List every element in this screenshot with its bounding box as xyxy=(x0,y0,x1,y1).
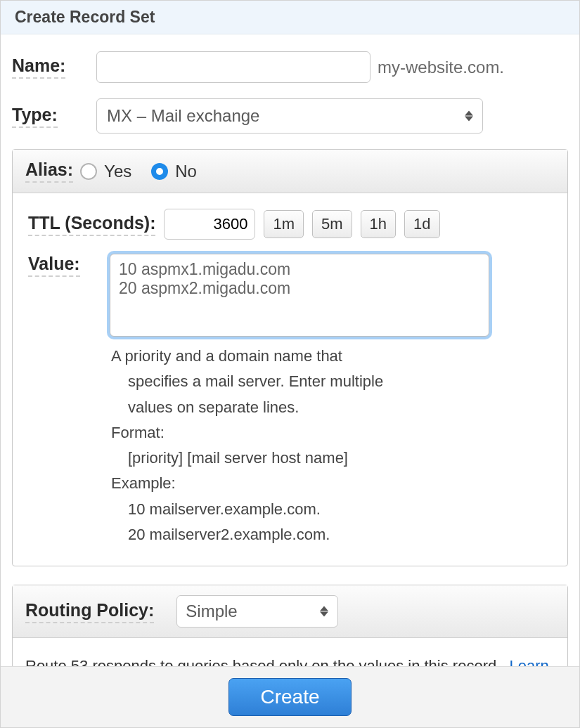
help-example-label: Example: xyxy=(111,474,176,492)
value-label: Value: xyxy=(28,254,80,277)
value-row: Value: xyxy=(28,254,552,337)
ttl-input[interactable] xyxy=(164,209,255,240)
name-label: Name: xyxy=(12,56,65,79)
ttl-row: TTL (Seconds): 1m 5m 1h 1d xyxy=(28,209,552,240)
help-line3: values on separate lines. xyxy=(111,395,552,420)
routing-panel: Routing Policy: Simple Route 53 responds… xyxy=(12,585,568,666)
help-format: [priority] [mail server host name] xyxy=(111,446,552,471)
alias-no-radio[interactable] xyxy=(151,163,168,180)
help-format-label: Format: xyxy=(111,424,165,441)
footer: Create xyxy=(1,666,579,727)
routing-header: Routing Policy: Simple xyxy=(13,585,567,638)
alias-yes-radio[interactable] xyxy=(80,163,97,180)
create-record-set-panel: Create Record Set Name: my-website.com. … xyxy=(0,0,580,728)
ttl-preset-1m[interactable]: 1m xyxy=(264,210,304,238)
routing-description: Route 53 responds to queries based only … xyxy=(25,657,501,666)
name-suffix: my-website.com. xyxy=(378,58,504,77)
type-row: Type: MX – Mail exchange xyxy=(12,98,568,134)
ttl-preset-1h[interactable]: 1h xyxy=(361,210,396,238)
alias-header: Alias: Yes No xyxy=(13,150,567,193)
help-line1: A priority and a domain name that xyxy=(111,347,342,365)
panel-title: Create Record Set xyxy=(1,1,579,34)
name-input[interactable] xyxy=(96,51,370,83)
routing-label: Routing Policy: xyxy=(25,600,154,623)
type-select[interactable]: MX – Mail exchange xyxy=(96,98,483,134)
type-label: Type: xyxy=(12,105,58,128)
value-textarea[interactable] xyxy=(110,254,489,337)
name-row: Name: my-website.com. xyxy=(12,51,568,83)
alias-no-label: No xyxy=(175,162,197,181)
create-button[interactable]: Create xyxy=(228,678,351,716)
alias-label: Alias: xyxy=(25,160,73,183)
help-line2: specifies a mail server. Enter multiple xyxy=(111,369,552,394)
alias-panel: Alias: Yes No TTL (Seconds): 1m 5m 1h 1d xyxy=(12,149,568,566)
ttl-preset-5m[interactable]: 5m xyxy=(312,210,352,238)
routing-description-block: Route 53 responds to queries based only … xyxy=(13,638,567,666)
ttl-preset-1d[interactable]: 1d xyxy=(404,210,439,238)
routing-select[interactable]: Simple xyxy=(176,595,338,628)
panel-body: Name: my-website.com. Type: MX – Mail ex… xyxy=(1,34,579,666)
help-example2: 20 mailserver2.example.com. xyxy=(111,522,552,547)
help-example1: 10 mailserver.example.com. xyxy=(111,497,552,522)
value-help-text: A priority and a domain name that specif… xyxy=(111,344,552,547)
ttl-label: TTL (Seconds): xyxy=(28,213,155,236)
alias-yes-label: Yes xyxy=(104,162,131,181)
